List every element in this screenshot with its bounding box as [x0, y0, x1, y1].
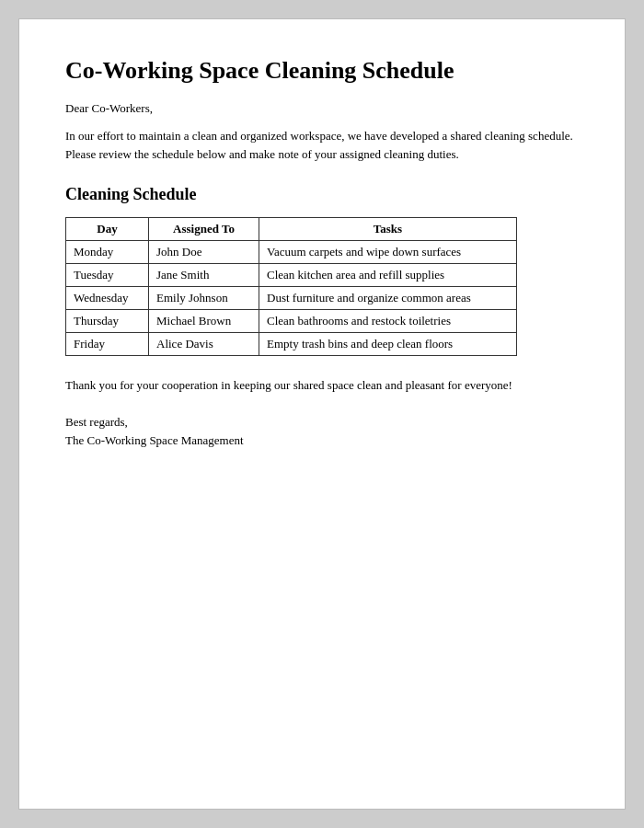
table-row: MondayJohn DoeVacuum carpets and wipe do… [66, 241, 517, 264]
table-row: WednesdayEmily JohnsonDust furniture and… [66, 287, 517, 310]
intro-paragraph: In our effort to maintain a clean and or… [65, 127, 579, 163]
main-title: Co-Working Space Cleaning Schedule [65, 56, 579, 85]
col-header-tasks: Tasks [259, 218, 517, 241]
cell-day: Thursday [66, 310, 149, 333]
col-header-assigned: Assigned To [149, 218, 259, 241]
cell-day: Friday [66, 333, 149, 356]
cell-tasks: Clean kitchen area and refill supplies [259, 264, 517, 287]
cell-tasks: Vacuum carpets and wipe down surfaces [259, 241, 517, 264]
thank-you-text: Thank you for your cooperation in keepin… [65, 376, 579, 395]
table-row: TuesdayJane SmithClean kitchen area and … [66, 264, 517, 287]
cell-assigned: Jane Smith [149, 264, 259, 287]
section-title: Cleaning Schedule [65, 185, 579, 204]
regards-line1: Best regards, [65, 413, 579, 432]
cell-assigned: John Doe [149, 241, 259, 264]
greeting-text: Dear Co-Workers, [65, 101, 579, 116]
table-row: ThursdayMichael BrownClean bathrooms and… [66, 310, 517, 333]
cell-day: Tuesday [66, 264, 149, 287]
regards-block: Best regards, The Co-Working Space Manag… [65, 413, 579, 452]
cleaning-schedule-table: Day Assigned To Tasks MondayJohn DoeVacu… [65, 217, 517, 356]
cell-assigned: Emily Johnson [149, 287, 259, 310]
cell-tasks: Clean bathrooms and restock toiletries [259, 310, 517, 333]
cell-assigned: Alice Davis [149, 333, 259, 356]
table-row: FridayAlice DavisEmpty trash bins and de… [66, 333, 517, 356]
regards-line2: The Co-Working Space Management [65, 431, 579, 451]
cell-day: Monday [66, 241, 149, 264]
cell-tasks: Empty trash bins and deep clean floors [259, 333, 517, 356]
cell-tasks: Dust furniture and organize common areas [259, 287, 517, 310]
cell-assigned: Michael Brown [149, 310, 259, 333]
document-page: Co-Working Space Cleaning Schedule Dear … [18, 18, 626, 810]
col-header-day: Day [66, 218, 149, 241]
cell-day: Wednesday [66, 287, 149, 310]
